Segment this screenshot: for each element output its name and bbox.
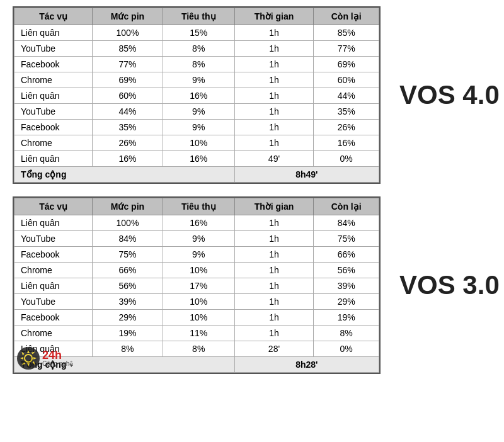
table-cell: 17% — [163, 278, 234, 294]
watermark-logo — [17, 347, 40, 370]
total-row: Tổng cộng8h49' — [14, 167, 379, 183]
table-cell: Chrome — [14, 326, 93, 341]
table-cell: 56% — [93, 278, 163, 294]
table-cell: Liên quân — [14, 215, 93, 231]
table-row: Liên quân60%16%1h44% — [14, 88, 379, 104]
table-row: YouTube44%9%1h35% — [14, 104, 379, 120]
table-cell: 15% — [163, 25, 234, 41]
table-cell: Liên quân — [14, 88, 93, 104]
table-cell: 10% — [163, 263, 234, 278]
table-cell: Chrome — [14, 72, 93, 88]
table-cell: 1h — [234, 72, 314, 88]
table-cell: 11% — [163, 326, 234, 341]
table-cell: 1h — [234, 120, 314, 135]
table-cell: Chrome — [14, 135, 93, 151]
table-cell: Chrome — [14, 263, 93, 278]
table-cell: YouTube — [14, 104, 93, 120]
table-row: Facebook77%8%1h69% — [14, 57, 379, 72]
table-cell: 0% — [314, 341, 379, 357]
table-cell: 1h — [234, 231, 314, 247]
table-cell: 16% — [314, 135, 379, 151]
table-cell: 35% — [314, 104, 379, 120]
table-row: YouTube85%8%1h77% — [14, 41, 379, 57]
table-cell: YouTube — [14, 294, 93, 310]
table-cell: Facebook — [14, 247, 93, 263]
table-cell: 9% — [163, 104, 234, 120]
table-cell: 1h — [234, 278, 314, 294]
table-row: Facebook75%9%1h66% — [14, 247, 379, 263]
table-cell: 16% — [163, 88, 234, 104]
table-row: YouTube39%10%1h29% — [14, 294, 379, 310]
table-row: Chrome19%11%1h8% — [14, 326, 379, 341]
table-header-cell: Mức pin — [93, 8, 163, 25]
table-cell: 8% — [163, 57, 234, 72]
table-header-cell: Thời gian — [234, 198, 314, 215]
table-cell: 16% — [163, 151, 234, 167]
section-vos30: Tác vụMức pinTiêu thụThời gianCòn lạiLiê… — [13, 196, 491, 374]
table-row: Chrome66%10%1h56% — [14, 263, 379, 278]
table-container-vos30: Tác vụMức pinTiêu thụThời gianCòn lạiLiê… — [13, 196, 381, 374]
table-cell: Liên quân — [14, 278, 93, 294]
table-cell: 1h — [234, 326, 314, 341]
table-cell: 1h — [234, 41, 314, 57]
table-cell: 1h — [234, 88, 314, 104]
table-cell: 1h — [234, 247, 314, 263]
table-cell: 56% — [314, 263, 379, 278]
table-cell: Facebook — [14, 57, 93, 72]
table-cell: 69% — [314, 57, 379, 72]
table-cell: 16% — [163, 215, 234, 231]
table-header-cell: Tiêu thụ — [163, 198, 234, 215]
table-cell: 66% — [93, 263, 163, 278]
watermark-number: 24h — [42, 349, 73, 361]
table-cell: 1h — [234, 215, 314, 231]
table-cell: 39% — [93, 294, 163, 310]
table-cell: 75% — [314, 231, 379, 247]
page-wrapper: Tác vụMức pinTiêu thụThời gianCòn lạiLiê… — [13, 6, 491, 374]
table-row: Liên quân100%16%1h84% — [14, 215, 379, 231]
table-cell: 1h — [234, 25, 314, 41]
table-cell: 49' — [234, 151, 314, 167]
table-header-cell: Tiêu thụ — [163, 8, 234, 25]
table-cell: 1h — [234, 135, 314, 151]
table-cell: 28' — [234, 341, 314, 357]
table-cell: 1h — [234, 57, 314, 72]
table-cell: Liên quân — [14, 25, 93, 41]
table-row: Chrome69%9%1h60% — [14, 72, 379, 88]
watermark: 24hCông nghệ — [17, 347, 73, 370]
table-cell: 44% — [93, 104, 163, 120]
table-cell: 29% — [93, 310, 163, 326]
vos-label-vos40: VOS 4.0 — [399, 79, 500, 111]
table-cell: 0% — [314, 151, 379, 167]
table-header-cell: Tác vụ — [14, 8, 93, 25]
table-cell: 10% — [163, 310, 234, 326]
table-cell: 26% — [314, 120, 379, 135]
table-cell: 8% — [314, 326, 379, 341]
table-cell: 9% — [163, 120, 234, 135]
table-cell: Liên quân — [14, 151, 93, 167]
table-row: Liên quân16%16%49'0% — [14, 151, 379, 167]
table-cell: 8% — [163, 41, 234, 57]
table-cell: 8% — [163, 341, 234, 357]
table-header-cell: Mức pin — [93, 198, 163, 215]
section-vos40: Tác vụMức pinTiêu thụThời gianCòn lạiLiê… — [13, 6, 491, 184]
total-label: Tổng cộng — [14, 167, 235, 183]
watermark-subtitle: Công nghệ — [42, 361, 73, 367]
table-cell: 10% — [163, 135, 234, 151]
table-cell: Facebook — [14, 120, 93, 135]
table-row: Chrome26%10%1h16% — [14, 135, 379, 151]
table-cell: 9% — [163, 72, 234, 88]
table-cell: 84% — [93, 231, 163, 247]
table-cell: 35% — [93, 120, 163, 135]
table-cell: 66% — [314, 247, 379, 263]
table-cell: 8% — [93, 341, 163, 357]
table-cell: 77% — [314, 41, 379, 57]
table-header-cell: Tác vụ — [14, 198, 93, 215]
table-cell: 75% — [93, 247, 163, 263]
table-row: YouTube84%9%1h75% — [14, 231, 379, 247]
table-cell: 19% — [93, 326, 163, 341]
table-vos40: Tác vụMức pinTiêu thụThời gianCòn lạiLiê… — [14, 8, 379, 183]
table-cell: 29% — [314, 294, 379, 310]
total-time: 8h49' — [234, 167, 379, 183]
table-cell: 100% — [93, 25, 163, 41]
table-cell: 85% — [93, 41, 163, 57]
